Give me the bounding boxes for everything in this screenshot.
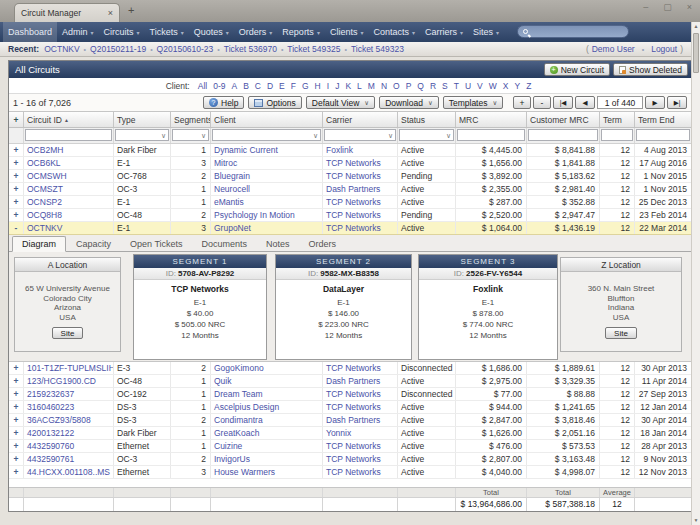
client-filter-g[interactable]: G: [302, 81, 309, 91]
expand-toggle[interactable]: +: [9, 183, 24, 195]
default-view-select[interactable]: Default View ∨: [306, 96, 375, 109]
client-filter-0-9[interactable]: 0-9: [213, 81, 225, 91]
client-link[interactable]: eMantis: [211, 196, 323, 208]
recent-link-ticket-536970[interactable]: Ticket 536970: [224, 44, 277, 54]
nav-item-tickets[interactable]: Tickets▾: [145, 22, 189, 42]
demo-user-link[interactable]: Demo User: [592, 44, 635, 54]
recent-link-q20150211-19[interactable]: Q20150211-19: [90, 44, 146, 54]
expand-toggle[interactable]: +: [9, 414, 24, 426]
expand-toggle[interactable]: +: [9, 144, 24, 156]
table-row[interactable]: +44.HCXX.001108..MSEthernet3House Warmer…: [9, 466, 691, 479]
expand-toggle[interactable]: +: [9, 209, 24, 221]
circuit-id-link[interactable]: OCMSZT: [24, 183, 114, 195]
client-filter-r[interactable]: R: [430, 81, 436, 91]
pager-minus-button[interactable]: -: [533, 96, 551, 109]
client-filter-z[interactable]: Z: [526, 81, 531, 91]
new-circuit-button[interactable]: New Circuit: [544, 63, 610, 76]
client-link[interactable]: GreatKoach: [211, 427, 323, 439]
client-filter-c[interactable]: C: [255, 81, 261, 91]
circuit-id-link[interactable]: 3160460223: [24, 401, 114, 413]
expand-toggle[interactable]: -: [9, 222, 24, 234]
scrollbar-thumb[interactable]: [693, 33, 699, 73]
circuit-id-link[interactable]: 4200132122: [24, 427, 114, 439]
circuit-id-link[interactable]: 36ACGZ93/5808: [24, 414, 114, 426]
carrier-link[interactable]: TCP Networks: [323, 157, 398, 169]
filter-input-mrc[interactable]: [457, 129, 525, 141]
table-row[interactable]: -OCTNKVE-13GrupoNetTCP NetworksActive$ 1…: [9, 222, 691, 235]
tab-open-tickets[interactable]: Open Tickets: [121, 237, 192, 251]
client-filter-p[interactable]: P: [406, 81, 412, 91]
last-page-button[interactable]: ▶|: [667, 96, 687, 109]
circuit-id-link[interactable]: OCQ8H8: [24, 209, 114, 221]
client-filter-i[interactable]: I: [327, 81, 329, 91]
client-filter-m[interactable]: M: [368, 81, 375, 91]
client-link[interactable]: Bluegrain: [211, 170, 323, 182]
recent-link-octnkv[interactable]: OCTNKV: [44, 44, 79, 54]
table-row[interactable]: +OCNSP2E-11eMantisTCP NetworksActive$ 28…: [9, 196, 691, 209]
pager-plus-button[interactable]: +: [513, 96, 531, 109]
nav-item-carriers[interactable]: Carriers▾: [420, 22, 468, 42]
nav-item-reports[interactable]: Reports▾: [277, 22, 325, 42]
client-link[interactable]: Mitroc: [211, 157, 323, 169]
nav-item-contacts[interactable]: Contacts▾: [368, 22, 420, 42]
first-page-button[interactable]: |◀: [553, 96, 573, 109]
carrier-link[interactable]: TCP Networks: [323, 222, 398, 234]
circuit-id-link[interactable]: OCMSWH: [24, 170, 114, 182]
recent-link-q20150610-23[interactable]: Q20150610-23: [157, 44, 214, 54]
circuit-id-link[interactable]: 101-T1ZF-TUPLMSLIH: [24, 362, 114, 374]
tab-diagram[interactable]: Diagram: [12, 236, 66, 252]
tab-orders[interactable]: Orders: [300, 237, 346, 251]
column-header-status[interactable]: Status: [398, 112, 456, 127]
client-filter-q[interactable]: Q: [417, 81, 424, 91]
carrier-link[interactable]: Yonnix: [323, 427, 398, 439]
carrier-link[interactable]: TCP Networks: [323, 466, 398, 478]
scroll-up-icon[interactable]: ▲: [692, 22, 700, 31]
client-link[interactable]: Condimantra: [211, 414, 323, 426]
templates-button[interactable]: Templates ∨: [443, 96, 504, 109]
logout-link[interactable]: Logout: [651, 44, 677, 54]
page-indicator[interactable]: 1 of 440: [597, 96, 643, 109]
carrier-link[interactable]: TCP Networks: [323, 453, 398, 465]
carrier-link[interactable]: TCP Networks: [323, 401, 398, 413]
carrier-link[interactable]: Dash Partners: [323, 183, 398, 195]
client-link[interactable]: Quik: [211, 375, 323, 387]
carrier-link[interactable]: TCP Networks: [323, 209, 398, 221]
filter-input-segments[interactable]: ∨: [172, 129, 209, 141]
client-filter-e[interactable]: E: [279, 81, 285, 91]
nav-item-quotes[interactable]: Quotes▾: [189, 22, 234, 42]
client-filter-all[interactable]: All: [198, 81, 207, 91]
client-filter-x[interactable]: X: [503, 81, 509, 91]
nav-item-clients[interactable]: Clients▾: [325, 22, 369, 42]
table-row[interactable]: +OCB6KLE-13MitrocTCP NetworksActive$ 1,6…: [9, 157, 691, 170]
carrier-link[interactable]: Dash Partners: [323, 375, 398, 387]
carrier-link[interactable]: TCP Networks: [323, 440, 398, 452]
carrier-link[interactable]: TCP Networks: [323, 196, 398, 208]
circuit-id-link[interactable]: 4432590761: [24, 453, 114, 465]
filter-input-type[interactable]: ∨: [115, 129, 169, 141]
table-row[interactable]: +OCQ8H8OC-482Psychology In MotionTCP Net…: [9, 209, 691, 222]
column-header-client[interactable]: Client: [211, 112, 323, 127]
tab-documents[interactable]: Documents: [193, 237, 257, 251]
table-row[interactable]: +4432590761OC-32InvigorUsTCP NetworksAct…: [9, 453, 691, 466]
client-link[interactable]: Dynamic Current: [211, 144, 323, 156]
filter-input-client[interactable]: ∨: [212, 129, 321, 141]
close-window-icon[interactable]: ×: [687, 2, 692, 12]
carrier-link[interactable]: TCP Networks: [323, 362, 398, 374]
circuit-id-link[interactable]: OCTNKV: [24, 222, 114, 234]
carrier-link[interactable]: Dash Partners: [323, 414, 398, 426]
expand-toggle[interactable]: +: [9, 427, 24, 439]
carrier-link[interactable]: Foxlink: [323, 144, 398, 156]
browser-tab[interactable]: Circuit Manager ×: [14, 3, 120, 22]
circuit-id-link[interactable]: OCB2MH: [24, 144, 114, 156]
table-row[interactable]: +36ACGZ93/5808DS-32CondimantraDash Partn…: [9, 414, 691, 427]
table-row[interactable]: +4200132122Dark Fiber1GreatKoachYonnixAc…: [9, 427, 691, 440]
client-filter-b[interactable]: B: [243, 81, 249, 91]
next-page-button[interactable]: ▶: [645, 96, 665, 109]
recent-link-ticket-549325[interactable]: Ticket 549325: [287, 44, 340, 54]
z-site-button[interactable]: Site: [605, 327, 637, 339]
column-header-expand[interactable]: +: [9, 112, 24, 127]
client-link[interactable]: GrupoNet: [211, 222, 323, 234]
client-filter-y[interactable]: Y: [514, 81, 520, 91]
tab-close-icon[interactable]: ×: [108, 8, 113, 18]
client-link[interactable]: Neurocell: [211, 183, 323, 195]
